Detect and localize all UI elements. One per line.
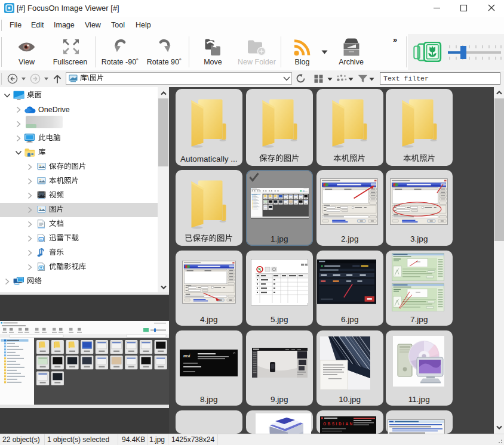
svg-text:OBSIDIAN: OBSIDIAN (323, 422, 354, 426)
svg-text:msi: msi (183, 353, 190, 359)
